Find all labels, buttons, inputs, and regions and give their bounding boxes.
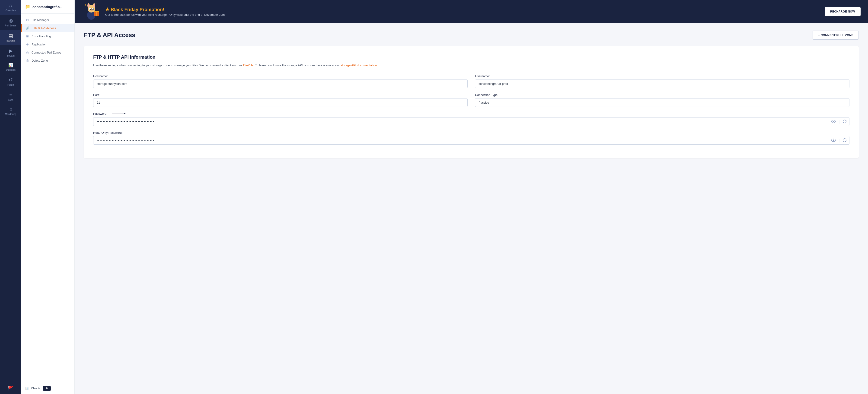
nav-item-stream[interactable]: ▶ Stream	[0, 45, 21, 60]
nav-item-purge[interactable]: ↺ Purge	[0, 74, 21, 90]
delete-zone-icon: 🗑	[26, 59, 29, 62]
storage-icon: ▤	[8, 33, 13, 38]
promo-title: ★ Black Friday Promotion!	[105, 7, 820, 12]
nav-item-logs[interactable]: ≡ Logs	[0, 90, 21, 104]
nav-item-overview[interactable]: ⌂ Overview	[0, 0, 21, 15]
hostname-label: Hostname:	[93, 74, 468, 78]
readonly-password-input[interactable]	[93, 136, 849, 144]
readonly-password-label: Read-Only Password:	[93, 131, 849, 134]
ftp-card-description: Use these settings when connecting to yo…	[93, 63, 849, 68]
eye-icon-readonly	[831, 139, 836, 142]
monitoring-icon: 🖥	[9, 108, 12, 111]
nav-item-storage[interactable]: ▤ Storage	[0, 30, 21, 45]
ftp-api-icon: 🔗	[26, 26, 29, 30]
svg-point-8	[90, 9, 91, 10]
password-label: Password:	[93, 112, 107, 116]
ftp-desc-part2: . To learn how to use the storage API, y…	[253, 64, 341, 67]
divider-readonly: |	[839, 138, 840, 143]
username-input[interactable]	[475, 79, 849, 88]
password-group: Password:	[93, 112, 849, 126]
sidebar-item-label-ftp-api: FTP & API Access	[32, 26, 56, 30]
purge-icon: ↺	[9, 78, 13, 82]
sidebar-item-replication[interactable]: ⊛ Replication	[21, 40, 74, 48]
nav-label-logs: Logs	[8, 98, 13, 101]
logs-icon: ≡	[9, 93, 12, 97]
toggle-readonly-password-visibility-button[interactable]	[831, 138, 836, 142]
page-content-area: FTP & API Access + CONNECT PULL ZONE FTP…	[75, 23, 868, 394]
promo-mascot: ★ ✦ ✦	[82, 2, 101, 21]
eye-icon	[831, 120, 836, 123]
sidebar-item-file-manager[interactable]: ⊟ File Manager	[21, 16, 74, 24]
port-input[interactable]	[93, 98, 468, 107]
promo-banner: ★ ✦ ✦ ★ Black Friday Promotion! Get a fr…	[75, 0, 868, 23]
password-actions: |	[831, 119, 847, 124]
arrow-indicator	[112, 112, 126, 116]
sidebar-item-label-delete-zone: Delete Zone	[32, 59, 48, 62]
replication-icon: ⊛	[26, 43, 29, 46]
storage-api-link[interactable]: storage API documentation	[341, 64, 377, 67]
ftp-desc-part1: Use these settings when connecting to yo…	[93, 64, 243, 67]
connection-type-label: Connection Type:	[475, 93, 849, 97]
toggle-password-visibility-button[interactable]	[831, 119, 836, 124]
sidebar-item-label-connected-pull-zones: Connected Pull Zones	[32, 51, 61, 54]
sidebar-item-ftp-api-access[interactable]: 🔗 FTP & API Access	[21, 24, 74, 32]
nav-label-overview: Overview	[6, 9, 16, 12]
sidebar-item-error-handling[interactable]: ⊞ Error Handling	[21, 32, 74, 40]
username-group: Username:	[475, 74, 849, 88]
form-row-port-connection: Port: Connection Type:	[93, 93, 849, 107]
filezilla-link[interactable]: FileZilla	[243, 64, 254, 67]
sidebar: 📁 constantingraf-a... ⊟ File Manager 🔗 F…	[21, 0, 75, 394]
regenerate-readonly-password-button[interactable]	[842, 138, 847, 143]
port-group: Port:	[93, 93, 468, 107]
flag-icon: 🚩	[8, 386, 14, 391]
objects-count-badge: 0	[43, 386, 51, 391]
nav-label-purge: Purge	[7, 84, 14, 86]
readonly-password-actions: |	[831, 138, 847, 143]
sidebar-item-connected-pull-zones[interactable]: ◎ Connected Pull Zones	[21, 48, 74, 57]
readonly-password-input-wrap: |	[93, 136, 849, 144]
nav-item-pull-zones[interactable]: ◎ Pull Zones	[0, 15, 21, 30]
nav-label-pull-zones: Pull Zones	[5, 24, 17, 27]
recharge-now-button[interactable]: RECHARGE NOW	[825, 7, 861, 16]
hostname-input[interactable]	[93, 79, 468, 88]
nav-label-storage: Storage	[6, 39, 15, 42]
sidebar-item-delete-zone[interactable]: 🗑 Delete Zone	[21, 57, 74, 65]
statistics-icon: 📊	[8, 64, 13, 67]
hostname-group: Hostname:	[93, 74, 468, 88]
svg-marker-24	[845, 138, 846, 139]
promo-title-text: Black Friday Promotion!	[111, 7, 164, 12]
nav-label-monitoring: Monitoring	[5, 112, 16, 116]
nav-item-statistics[interactable]: 📊 Statistics	[0, 60, 21, 74]
nav-item-flag[interactable]: 🚩	[0, 383, 21, 394]
connection-type-group: Connection Type:	[475, 93, 849, 107]
promo-subtitle: Get a free 25% bonus with your next rech…	[105, 13, 820, 17]
ftp-info-card: FTP & HTTP API Information Use these set…	[84, 46, 859, 158]
svg-text:✦: ✦	[83, 10, 85, 12]
nav-label-stream: Stream	[7, 54, 14, 57]
stream-icon: ▶	[9, 48, 12, 53]
connected-pull-zones-icon: ◎	[26, 51, 29, 54]
ftp-card-title: FTP & HTTP API Information	[93, 55, 849, 60]
page-title: FTP & API Access	[84, 32, 135, 39]
nav-item-monitoring[interactable]: 🖥 Monitoring	[0, 104, 21, 119]
connect-pull-zone-button[interactable]: + CONNECT PULL ZONE	[813, 31, 859, 40]
regenerate-password-button[interactable]	[842, 119, 847, 124]
refresh-icon	[842, 119, 847, 124]
zone-name-label: constantingraf-a...	[32, 5, 63, 9]
password-input-wrap: |	[93, 117, 849, 126]
svg-point-5	[94, 4, 95, 7]
home-icon: ⌂	[9, 3, 12, 8]
refresh-icon-readonly	[842, 138, 847, 142]
password-input[interactable]	[93, 117, 849, 126]
svg-text:✦: ✦	[96, 3, 98, 5]
main-content: ★ ✦ ✦ ★ Black Friday Promotion! Get a fr…	[75, 0, 868, 394]
objects-label: Objects	[31, 387, 40, 390]
sidebar-menu: ⊟ File Manager 🔗 FTP & API Access ⊞ Erro…	[21, 14, 74, 383]
pull-zones-icon: ◎	[9, 18, 13, 23]
username-label: Username:	[475, 74, 849, 78]
port-label: Port:	[93, 93, 468, 97]
form-row-hostname-username: Hostname: Username:	[93, 74, 849, 88]
error-handling-icon: ⊞	[26, 35, 29, 38]
mascot-svg: ★ ✦ ✦	[82, 2, 101, 21]
connection-type-input[interactable]	[475, 98, 849, 107]
